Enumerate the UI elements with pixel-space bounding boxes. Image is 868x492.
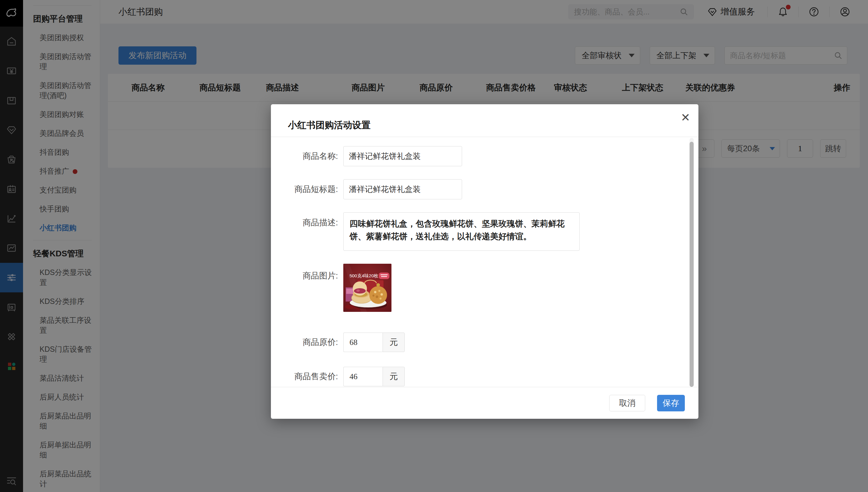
field-short-title: 商品短标题: (271, 179, 698, 199)
field-label: 商品图片: (271, 264, 343, 281)
cancel-button[interactable]: 取消 (609, 395, 645, 411)
sale-price-input[interactable] (343, 367, 383, 386)
modal-scrollbar-thumb[interactable] (690, 142, 694, 387)
description-textarea[interactable]: 四味鲜花饼礼盒，包含玫瑰鲜花饼、坚果玫瑰饼、茉莉鲜花饼、紫薯鲜花饼，送礼佳选，以… (343, 212, 580, 251)
xiaohongshu-settings-modal: ✕ 小红书团购活动设置 商品名称: 商品短标题: 商品描述: 四味鲜花饼礼盒，包… (271, 104, 698, 419)
original-price-input[interactable] (343, 333, 383, 352)
modal-title: 小红书团购活动设置 (288, 119, 681, 131)
field-label: 商品名称: (271, 151, 343, 162)
field-original-price: 商品原价: 元 (271, 333, 698, 352)
currency-unit: 元 (383, 367, 405, 386)
field-label: 商品原价: (271, 337, 343, 348)
field-label: 商品描述: (271, 212, 343, 228)
field-product-name: 商品名称: (271, 146, 698, 166)
field-product-image: 商品图片: 500克4味20枚 (271, 264, 698, 312)
original-price-group: 元 (343, 333, 405, 352)
field-label: 商品售卖价: (271, 371, 343, 382)
field-label: 商品短标题: (271, 184, 343, 195)
modal-footer: 取消 保存 (271, 387, 698, 419)
currency-unit: 元 (383, 333, 405, 352)
field-description: 商品描述: 四味鲜花饼礼盒，包含玫瑰鲜花饼、坚果玫瑰饼、茉莉鲜花饼、紫薯鲜花饼，… (271, 212, 698, 251)
product-image: 500克4味20枚 (343, 264, 391, 312)
close-icon[interactable]: ✕ (681, 112, 690, 123)
modal-body: 商品名称: 商品短标题: 商品描述: 四味鲜花饼礼盒，包含玫瑰鲜花饼、坚果玫瑰饼… (271, 137, 698, 387)
short-title-input[interactable] (343, 179, 462, 199)
product-image-caption: 500克4味20枚 (349, 273, 379, 278)
field-sale-price: 商品售卖价: 元 (271, 367, 698, 386)
product-name-input[interactable] (343, 146, 462, 166)
modal-header: 小红书团购活动设置 (271, 104, 698, 137)
save-button[interactable]: 保存 (657, 395, 685, 411)
sale-price-group: 元 (343, 367, 405, 386)
